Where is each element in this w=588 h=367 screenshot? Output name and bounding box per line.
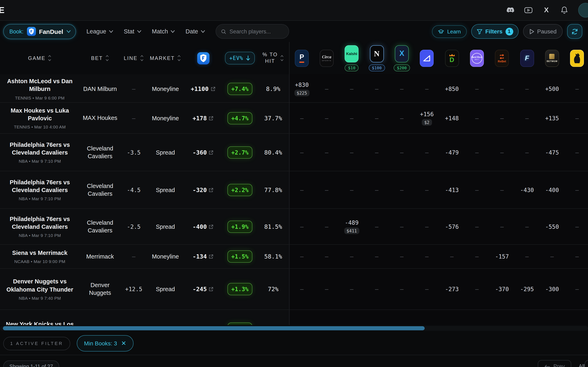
book-odds-cell-draftkings[interactable]: -543 — [439, 310, 465, 325]
odds-value[interactable]: -413 — [445, 187, 459, 193]
book-value: FanDuel — [39, 28, 63, 35]
fanduel-odds-cell[interactable]: +1100 — [184, 74, 223, 104]
book-odds-cell-draftkings[interactable]: +148 — [439, 103, 465, 133]
no-odds-dash: – — [575, 149, 579, 156]
odds-value[interactable]: -479 — [445, 149, 459, 156]
book-column-fliff[interactable]: F — [515, 42, 540, 74]
youtube-icon[interactable] — [524, 6, 532, 14]
discord-icon[interactable] — [506, 6, 515, 14]
x-twitter-icon[interactable]: X — [542, 6, 550, 14]
book-odds-cell-betmgm[interactable]: -550 — [540, 310, 565, 325]
column-header-ev[interactable]: +EV% — [223, 42, 257, 74]
notifications-bell-icon[interactable] — [560, 6, 568, 14]
odds-value[interactable]: +156 — [420, 111, 434, 117]
book-column-underdog[interactable] — [564, 42, 588, 74]
fanduel-odds-cell[interactable]: +178 — [184, 103, 223, 133]
book-column-hardrockbet[interactable]: Hard RockBET — [465, 42, 490, 74]
odds-value[interactable]: -400 — [545, 187, 559, 193]
refresh-button[interactable] — [567, 24, 582, 39]
book-odds-cell-betmgm[interactable]: -475 — [540, 134, 565, 171]
game-meta: NBA • Mar 9 7:10 PM — [19, 196, 61, 201]
stat-dropdown[interactable]: Stat — [124, 28, 141, 35]
no-odds-dash: – — [425, 223, 429, 230]
book-odds-cell-betmgm[interactable]: -300 — [540, 269, 565, 309]
odds-value[interactable]: +148 — [445, 115, 459, 121]
external-link-icon — [209, 287, 214, 292]
book-odds-cell-draftkings[interactable]: -413 — [439, 171, 465, 208]
book-odds-cell-fliff[interactable]: -295 — [515, 269, 540, 309]
book-odds-cell-sporttrade[interactable]: +156$2 — [414, 103, 439, 133]
odds-value[interactable]: -273 — [445, 286, 459, 292]
book-selector[interactable]: Book: FanDuel — [3, 24, 76, 39]
book-column-sporttrade[interactable] — [414, 42, 439, 74]
book-column-betmgm[interactable]: BETMGM — [540, 42, 565, 74]
column-header-fanduel[interactable] — [184, 42, 223, 74]
book-label: Book: — [9, 28, 24, 34]
match-dropdown[interactable]: Match — [152, 28, 175, 35]
book-odds-cell-draftkings[interactable]: -273 — [439, 269, 465, 309]
book-column-prophetx[interactable]: X$200 — [389, 42, 415, 74]
odds-value[interactable]: -550 — [545, 223, 559, 230]
column-header-game[interactable]: GAME — [0, 42, 80, 74]
odds-value[interactable]: -489 — [345, 219, 359, 226]
no-odds-dash: – — [400, 187, 404, 193]
fanduel-odds-cell[interactable]: -400 — [184, 209, 223, 244]
book-odds-cell-novig: – — [364, 134, 389, 171]
book-odds-cell-betmgm[interactable]: -550 — [540, 209, 565, 244]
book-column-prizepicks[interactable]: P — [289, 42, 314, 74]
odds-value[interactable]: -370 — [495, 286, 509, 292]
book-odds-cell-kalshi[interactable]: -489$411 — [339, 209, 364, 244]
book-odds-cell-fliff[interactable]: -430 — [515, 171, 540, 208]
fanduel-odds-cell[interactable]: -470 — [184, 310, 223, 325]
book-odds-cell-betmgm[interactable]: +500 — [540, 74, 565, 104]
book-odds-cell-draftkings[interactable]: -576 — [439, 209, 465, 244]
filters-button[interactable]: Filters 1 — [471, 24, 518, 39]
odds-value[interactable]: -430 — [520, 187, 534, 193]
book-odds-cell-draftkings[interactable]: +850 — [439, 74, 465, 104]
odds-value[interactable]: -157 — [495, 253, 509, 260]
league-dropdown[interactable]: League — [86, 28, 113, 35]
column-header-market[interactable]: MARKET — [147, 42, 184, 74]
book-odds-cell-betmgm[interactable]: -400 — [540, 171, 565, 208]
learn-button[interactable]: Learn — [432, 25, 467, 38]
avatar[interactable] — [578, 3, 588, 17]
scrollbar-thumb[interactable] — [3, 326, 425, 330]
odds-value[interactable]: -576 — [445, 223, 459, 230]
search-input[interactable] — [229, 28, 284, 34]
book-odds-cell-betmgm[interactable]: +135 — [540, 103, 565, 133]
column-header-line[interactable]: LINE — [121, 42, 147, 74]
book-column-circasports[interactable]: CircaSPORTS — [314, 42, 339, 74]
odds-value[interactable]: -300 — [545, 286, 559, 292]
book-odds-cell-draftkings[interactable]: -479 — [439, 134, 465, 171]
fanduel-odds-cell[interactable]: -245 — [184, 269, 223, 309]
odds-value[interactable]: -295 — [520, 286, 534, 292]
book-odds-cell-rebet[interactable]: -157 — [489, 245, 515, 268]
column-header-bet[interactable]: BET — [80, 42, 121, 74]
book-odds-cell-prizepicks[interactable]: +830$225 — [289, 74, 314, 104]
prev-page-button[interactable]: Prev — [538, 360, 571, 367]
book-odds-cell-rebet[interactable]: -370 — [489, 269, 515, 309]
fanduel-odds-cell[interactable]: -134 — [184, 245, 223, 268]
column-header-hit[interactable]: % TOHIT — [257, 42, 289, 74]
fanduel-odds-cell[interactable]: -360 — [184, 134, 223, 171]
odds-value[interactable]: +850 — [445, 86, 459, 92]
odds-value[interactable]: +135 — [545, 115, 559, 121]
all-pages-button[interactable]: All — [579, 363, 585, 367]
odds-value[interactable]: -475 — [545, 149, 559, 156]
odds-value[interactable]: +830 — [295, 82, 309, 88]
date-dropdown[interactable]: Date — [186, 28, 205, 35]
bet-amount-badge: $411 — [344, 227, 359, 234]
min-books-filter-chip[interactable]: Min Books: 3 ✕ — [77, 335, 134, 351]
book-column-rebet[interactable]: ReBet — [489, 42, 515, 74]
close-icon[interactable]: ✕ — [121, 340, 126, 347]
player-search[interactable] — [216, 24, 289, 39]
fanduel-odds-cell[interactable]: -320 — [184, 171, 223, 208]
no-odds-dash: – — [325, 115, 329, 121]
next-page-button[interactable]: Next — [585, 360, 588, 367]
book-column-draftkings[interactable]: D — [439, 42, 465, 74]
odds-value[interactable]: +500 — [545, 86, 559, 92]
book-column-novig[interactable]: N$100 — [364, 42, 389, 74]
book-column-kalshi[interactable]: Kalshi$10 — [339, 42, 364, 74]
paused-button[interactable]: Paused — [523, 24, 563, 39]
hit-percent-cell: 37.7% — [257, 103, 289, 133]
